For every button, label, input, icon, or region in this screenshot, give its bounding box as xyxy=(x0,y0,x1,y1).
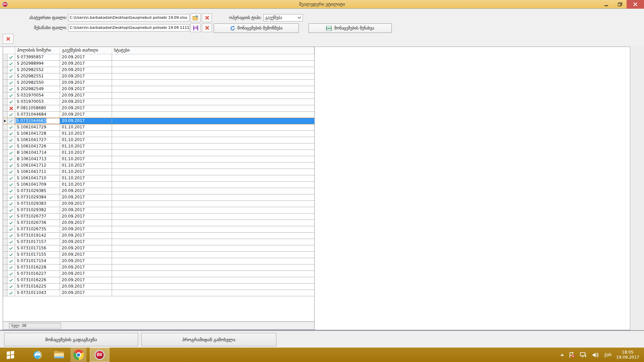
cancel-date-cell[interactable]: 20.09.2017 xyxy=(60,233,112,239)
policy-number-cell[interactable]: S 0731011043 xyxy=(15,290,60,296)
cancel-date-cell[interactable]: 20.09.2017 xyxy=(60,194,112,200)
save-file-button[interactable] xyxy=(191,23,201,32)
operation-type-select[interactable]: გაუქმება xyxy=(263,14,303,21)
cancel-date-cell[interactable]: 01.10.2017 xyxy=(60,131,112,137)
table-row[interactable]: S 073104468420.09.2017 xyxy=(3,112,314,118)
status-cell[interactable] xyxy=(112,169,314,175)
taskbar-item-internet-explorer[interactable] xyxy=(29,348,46,362)
column-header-policy-number[interactable]: პოლისის ნომერი xyxy=(15,47,60,54)
status-cell[interactable] xyxy=(112,290,314,296)
status-cell[interactable] xyxy=(112,124,314,130)
taskbar-item-chrome[interactable] xyxy=(70,348,87,362)
table-row[interactable]: S 073101104320.09.2017 xyxy=(3,290,314,296)
table-row[interactable]: S 106104171201.10.2017 xyxy=(3,163,314,169)
cancel-date-cell[interactable]: 20.09.2017 xyxy=(60,80,112,86)
status-cell[interactable] xyxy=(112,163,314,169)
restore-down-button[interactable] xyxy=(613,0,627,9)
send-data-button[interactable]: მონაცემების გადაგზავნა xyxy=(4,333,138,346)
action-center-flag-icon[interactable] xyxy=(569,352,575,358)
cancel-date-cell[interactable]: 01.10.2017 xyxy=(60,150,112,156)
status-cell[interactable] xyxy=(112,284,314,290)
table-row[interactable]: S 20298254920.09.2017 xyxy=(3,86,314,93)
table-row[interactable]: S 073102673720.09.2017 xyxy=(3,214,314,220)
table-row[interactable]: S 073102938520.09.2017 xyxy=(3,188,314,194)
policy-number-cell[interactable]: S 0731044683 xyxy=(15,118,60,124)
policy-number-cell[interactable]: S 1061041712 xyxy=(15,163,60,169)
policy-number-cell[interactable]: S 031970053 xyxy=(15,99,60,105)
clear-source-button[interactable] xyxy=(202,13,212,22)
status-cell[interactable] xyxy=(112,214,314,220)
policy-number-cell[interactable]: S 1061041711 xyxy=(15,169,60,175)
table-row[interactable]: S 073102938420.09.2017 xyxy=(3,194,314,201)
status-cell[interactable] xyxy=(112,73,314,79)
policy-number-cell[interactable]: S 0731016226 xyxy=(15,277,60,283)
status-cell[interactable] xyxy=(112,105,314,111)
cancel-date-cell[interactable]: 01.10.2017 xyxy=(60,143,112,149)
policy-number-cell[interactable]: S 031970054 xyxy=(15,93,60,99)
start-button[interactable] xyxy=(0,348,21,362)
policy-number-cell[interactable]: S 1061041710 xyxy=(15,175,60,181)
status-cell[interactable] xyxy=(112,61,314,67)
status-cell[interactable] xyxy=(112,239,314,245)
status-cell[interactable] xyxy=(112,137,314,143)
policy-number-cell[interactable]: B 1061041713 xyxy=(15,156,60,162)
table-row[interactable]: S 106104172901.10.2017 xyxy=(3,124,314,131)
policy-number-cell[interactable]: S 0731016228 xyxy=(15,264,60,270)
clear-target-button[interactable] xyxy=(202,23,212,32)
cancel-date-cell[interactable]: 20.09.2017 xyxy=(60,112,112,118)
save-data-button[interactable]: XLSX მონაცემების შენახვა xyxy=(309,23,392,33)
table-row[interactable]: S 20298255220.09.2017 xyxy=(3,67,314,73)
status-cell[interactable] xyxy=(112,220,314,226)
cancel-date-cell[interactable]: 20.09.2017 xyxy=(60,239,112,245)
open-file-button[interactable] xyxy=(191,13,201,22)
language-indicator[interactable]: ქარ xyxy=(604,353,611,357)
cancel-date-cell[interactable]: 01.10.2017 xyxy=(60,156,112,162)
cancel-date-cell[interactable]: 20.09.2017 xyxy=(60,264,112,270)
policy-number-cell[interactable]: S 0731019142 xyxy=(15,233,60,239)
policy-number-cell[interactable]: S 1061041726 xyxy=(15,143,60,149)
policy-number-cell[interactable]: S 0731026737 xyxy=(15,214,60,220)
policy-number-cell[interactable]: S 0731029383 xyxy=(15,201,60,207)
status-cell[interactable] xyxy=(112,226,314,232)
status-cell[interactable] xyxy=(112,99,314,105)
table-row[interactable]: S 073101715520.09.2017 xyxy=(3,252,314,258)
table-row[interactable]: S 20298899420.09.2017 xyxy=(3,61,314,67)
taskbar-clock[interactable]: 18:05 19.09.2017 xyxy=(616,350,641,360)
taskbar-item-file-explorer[interactable] xyxy=(50,348,68,362)
column-header-cancel-date[interactable]: გაუქმების თარიღი xyxy=(60,47,112,54)
cancel-date-cell[interactable]: 20.09.2017 xyxy=(60,252,112,258)
cancel-date-cell[interactable]: 01.10.2017 xyxy=(60,163,112,169)
table-row[interactable]: S 073101914220.09.2017 xyxy=(3,233,314,239)
policy-number-cell[interactable]: S 0731016227 xyxy=(15,271,60,277)
cancel-date-cell[interactable]: 20.09.2017 xyxy=(60,86,112,92)
cancel-date-cell[interactable]: 20.09.2017 xyxy=(60,277,112,283)
policy-number-cell[interactable]: P 0811058680 xyxy=(15,105,60,111)
source-file-input[interactable]: C:\Users\n.barbakadze\Desktop\Gauqmebuli… xyxy=(68,14,190,21)
cancel-date-cell[interactable]: 20.09.2017 xyxy=(60,118,112,124)
policy-number-cell[interactable]: S 0731017155 xyxy=(15,252,60,258)
table-row[interactable]: S 073102673520.09.2017 xyxy=(3,226,314,233)
table-row[interactable]: S 106104172801.10.2017 xyxy=(3,131,314,137)
table-row[interactable]: S 106104172601.10.2017 xyxy=(3,143,314,150)
column-header-status[interactable]: სტატუსი xyxy=(112,47,314,54)
cancel-date-cell[interactable]: 20.09.2017 xyxy=(60,245,112,251)
table-row[interactable]: S 073101622820.09.2017 xyxy=(3,264,314,271)
table-row[interactable]: S 03197005420.09.2017 xyxy=(3,93,314,99)
policy-number-cell[interactable]: S 1061041729 xyxy=(15,124,60,130)
table-row[interactable]: S 073101715420.09.2017 xyxy=(3,258,314,264)
cancel-date-cell[interactable]: 01.10.2017 xyxy=(60,182,112,188)
status-cell[interactable] xyxy=(112,118,314,124)
status-cell[interactable] xyxy=(112,194,314,200)
status-cell[interactable] xyxy=(112,93,314,99)
table-row[interactable]: S 106104172701.10.2017 xyxy=(3,137,314,143)
cancel-date-cell[interactable]: 20.09.2017 xyxy=(60,284,112,290)
status-cell[interactable] xyxy=(112,264,314,270)
status-cell[interactable] xyxy=(112,150,314,156)
policy-number-cell[interactable]: S 1061041709 xyxy=(15,182,60,188)
cancel-date-cell[interactable]: 20.09.2017 xyxy=(60,61,112,67)
status-cell[interactable] xyxy=(112,112,314,118)
cancel-date-cell[interactable]: 01.10.2017 xyxy=(60,169,112,175)
table-row[interactable]: S 106104171001.10.2017 xyxy=(3,175,314,182)
policy-number-editor-selected-text[interactable]: S 0731044683 xyxy=(16,118,46,123)
policy-number-cell[interactable]: S 0731016225 xyxy=(15,284,60,290)
